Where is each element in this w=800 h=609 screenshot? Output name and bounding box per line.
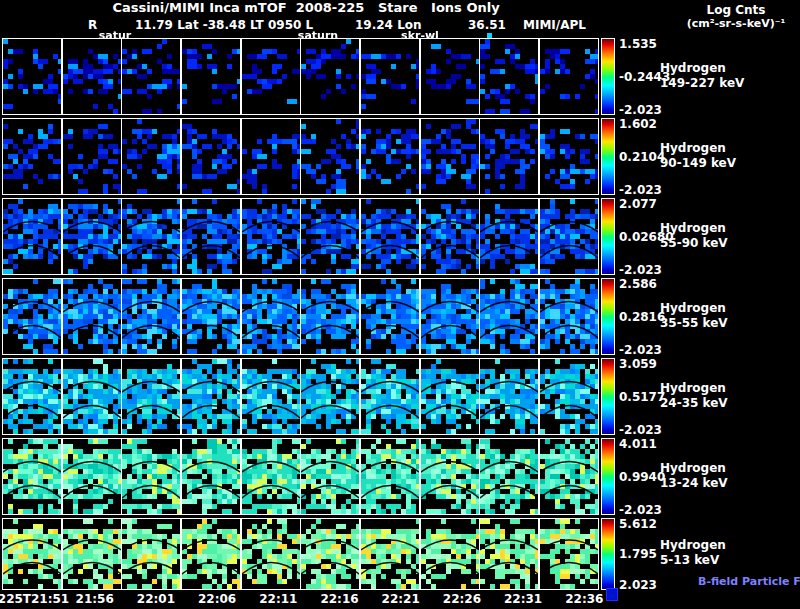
heatmap-canvas [540,119,598,194]
species-label: Hydrogen [660,381,800,396]
heatmap-panel [539,38,599,115]
heatmap-panel [241,358,301,435]
heatmap-canvas [122,359,180,434]
time-tick-label: 22:01 [137,592,175,606]
heatmap-canvas [122,119,180,194]
energy-range-label: 35-55 keV [660,316,800,331]
heatmap-panel [479,38,539,115]
heatmap-canvas [182,439,240,514]
heatmap-canvas [301,359,359,434]
heatmap-panel [420,278,480,355]
time-tick-label: 22:26 [443,592,481,606]
heatmap-panel [241,518,301,590]
heatmap-canvas [540,359,598,434]
heatmap-canvas [421,359,479,434]
heatmap-panel [181,358,241,435]
heatmap-panel [360,118,420,195]
colorbar-units: (cm²-sr-s-keV)⁻¹ [672,17,800,31]
colorbar-min-label: -2.023 [619,503,689,517]
heatmap-panel [479,198,539,275]
panel-strip [2,358,600,435]
heatmap-panel [300,358,360,435]
heatmap-panel [539,118,599,195]
heatmap-panel [539,278,599,355]
event-label-skr-wl: skr-wl [401,29,439,42]
heatmap-canvas [122,439,180,514]
heatmap-canvas [182,359,240,434]
heatmap-canvas [301,519,359,589]
heatmap-canvas [242,119,300,194]
heatmap-canvas [421,199,479,274]
heatmap-panel [420,198,480,275]
heatmap-canvas [540,279,598,354]
time-tick-label: 22:36 [565,592,603,606]
heatmap-panel [360,358,420,435]
heatmap-canvas [3,439,61,514]
time-axis: 225T21:5121:5622:0122:0622:1122:1622:212… [0,592,800,608]
colorbar-max-label: 1.602 [619,117,689,131]
heatmap-canvas [3,39,61,114]
heatmap-panel [420,118,480,195]
heatmap-canvas [421,279,479,354]
info-credit: MIMI/APL [523,18,586,32]
heatmap-canvas [301,199,359,274]
page-title: Cassini/MIMI Inca mTOF 2008-225 Stare Io… [0,0,612,15]
time-tick-label: 22:31 [504,592,542,606]
spectrogram-row: 2.077 0.02680 -2.023 Hydrogen 55-90 keV [0,198,800,275]
heatmap-panel [62,358,122,435]
heatmap-panel [360,198,420,275]
heatmap-canvas [361,199,419,274]
heatmap-canvas [63,519,121,589]
energy-range-label: 55-90 keV [660,236,800,251]
heatmap-canvas [182,279,240,354]
heatmap-panel [181,518,241,590]
panel-strip [2,198,600,275]
heatmap-canvas [63,279,121,354]
colorbar-min-label: 2.023 [619,578,689,592]
species-label: Hydrogen [660,301,800,316]
heatmap-panel [2,198,62,275]
energy-range-label: 5-13 keV [660,553,800,568]
heatmap-panel [539,518,599,590]
heatmap-panel [2,38,62,115]
spectrogram-row: 1.602 0.2104 -2.023 Hydrogen 90-149 keV [0,118,800,195]
heatmap-panel [420,438,480,515]
heatmap-canvas [3,199,61,274]
heatmap-panel [121,278,181,355]
heatmap-canvas [361,39,419,114]
heatmap-panel [479,118,539,195]
heatmap-panel [420,358,480,435]
heatmap-panel [181,278,241,355]
heatmap-panel [62,518,122,590]
species-label: Hydrogen [660,141,800,156]
heatmap-panel [2,118,62,195]
heatmap-panel [479,518,539,590]
colorbar [601,438,615,515]
heatmap-panel [62,278,122,355]
row-label: Hydrogen 24-35 keV [660,381,800,411]
heatmap-panel [62,438,122,515]
bfield-flow-label: B-field Particle Flow [698,575,800,588]
colorbar-max-label: 2.077 [619,197,689,211]
heatmap-panel [300,38,360,115]
species-label: Hydrogen [660,221,800,236]
heatmap-canvas [480,279,538,354]
colorbar-max-label: 5.612 [619,517,689,531]
heatmap-panel [479,358,539,435]
heatmap-canvas [182,119,240,194]
colorbar-min-label: -2.023 [619,343,689,357]
colorbar-min-label: -2.023 [619,183,689,197]
spectrogram-row: 5.612 1.795 2.023 Hydrogen 5-13 keV [0,518,800,590]
heatmap-panel [539,198,599,275]
heatmap-canvas [480,199,538,274]
event-label-satur: satur [99,29,131,42]
time-tick-label: 22:16 [320,592,358,606]
heatmap-canvas [242,199,300,274]
colorbar-max-label: 1.535 [619,37,689,51]
colorbar-max-label: 2.586 [619,277,689,291]
heatmap-canvas [301,39,359,114]
spectrogram-row: 1.535 -0.2443 -2.023 Hydrogen 149-227 ke… [0,38,800,115]
row-label: Hydrogen 5-13 keV [660,538,800,568]
heatmap-canvas [480,119,538,194]
heatmap-panel [2,278,62,355]
